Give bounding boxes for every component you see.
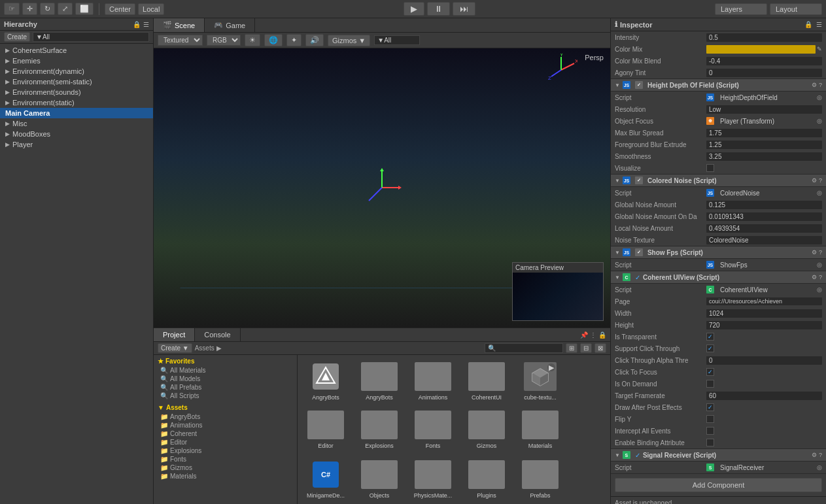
tab-game[interactable]: 🎮 Game [205, 18, 255, 32]
fav-all-prefabs[interactable]: 🔍 All Prefabs [155, 383, 296, 392]
layout-dropdown[interactable]: Layout [770, 3, 822, 15]
component-settings-btn[interactable]: ⚙ [812, 249, 817, 256]
hdof-script-target-btn[interactable]: ◎ [817, 94, 822, 101]
hierarchy-search-input[interactable] [33, 32, 149, 42]
cui-height-value[interactable]: 720 [706, 321, 822, 329]
fav-all-materials[interactable]: 🔍 All Materials [155, 366, 296, 375]
folder-physics[interactable]: PhysicsMate... [407, 456, 458, 501]
folder-materials[interactable]: Materials [515, 406, 566, 452]
tree-item-animations[interactable]: 📁 Animations [155, 421, 296, 429]
hierarchy-item-player[interactable]: ▶ Player [0, 139, 153, 150]
component-help-btn[interactable]: ? [819, 452, 822, 458]
cn-global-amount-value[interactable]: 0.125 [706, 201, 822, 209]
cn-global-on-da-value[interactable]: 0.01091343 [706, 212, 822, 221]
cui-on-demand-checkbox[interactable] [706, 380, 714, 388]
component-help-btn[interactable]: ? [819, 177, 822, 184]
tree-item-editor[interactable]: 📁 Editor [155, 438, 296, 446]
shading-mode-select[interactable]: Textured [158, 35, 203, 46]
channel-select[interactable]: RGB [207, 35, 241, 46]
folder-objects[interactable]: Objects [354, 456, 405, 501]
folder-animations[interactable]: Animations [407, 358, 458, 403]
view-btn[interactable]: ⊟ [580, 343, 592, 353]
folder-plugins[interactable]: Plugins [461, 456, 512, 501]
hierarchy-item-main-camera[interactable]: Main Camera [0, 108, 153, 118]
cui-target-fps-value[interactable]: 60 [706, 392, 822, 400]
folder-editor[interactable]: Editor [300, 406, 351, 452]
add-component-btn[interactable]: Add Component [615, 478, 822, 492]
cn-local-amount-value[interactable]: 0.4939354 [706, 224, 822, 233]
hdof-focus-target-btn[interactable]: ◎ [817, 118, 822, 124]
hierarchy-item-env-semi-static[interactable]: ▶ Environment(semi-static) [0, 76, 153, 87]
sfps-target-btn[interactable]: ◎ [817, 261, 822, 268]
rotate-tool-btn[interactable]: ↻ [40, 3, 55, 15]
tree-item-fonts[interactable]: 📁 Fonts [155, 455, 296, 463]
folder-cube-texture[interactable]: ▶ cube-textu... [515, 358, 566, 403]
tab-scene[interactable]: 🎬 Scene [154, 18, 205, 32]
component-help-btn[interactable]: ? [819, 82, 822, 88]
tree-item-explosions[interactable]: 📁 Explosions [155, 446, 296, 455]
hdof-script-value[interactable]: HeightDepthOfField [717, 93, 817, 102]
fav-all-models[interactable]: 🔍 All Models [155, 375, 296, 383]
component-settings-btn[interactable]: ⚙ [812, 274, 817, 280]
folder-fonts[interactable]: Fonts [407, 406, 458, 452]
hierarchy-item-enemies[interactable]: ▶ Enemies [0, 56, 153, 66]
project-search-input[interactable] [485, 343, 563, 353]
hdof-resolution-value[interactable]: Low [706, 105, 822, 114]
folder-coherentui[interactable]: CoherentUI [461, 358, 512, 403]
hierarchy-item-moodboxes[interactable]: ▶ MoodBoxes [0, 129, 153, 139]
rect-tool-btn[interactable]: ⬜ [75, 3, 94, 15]
lighting-btn[interactable]: ☀ [245, 34, 260, 46]
show-fps-header[interactable]: ▼ JS ✓ Show Fps (Script) ⚙ ? [611, 246, 826, 259]
hierarchy-item-coherent-surface[interactable]: ▶ CoherentSurface [0, 45, 153, 56]
cui-click-through-checkbox[interactable] [706, 344, 714, 352]
folder-angrybots-unity[interactable]: AngryBots [300, 358, 351, 403]
gizmos-btn[interactable]: Gizmos ▼ [328, 35, 370, 46]
fav-all-scripts[interactable]: 🔍 All Scripts [155, 392, 296, 400]
tab-project[interactable]: Project [154, 328, 195, 341]
cn-script-value[interactable]: ColoredNoise [717, 189, 817, 197]
component-settings-btn[interactable]: ⚙ [812, 452, 817, 458]
folder-prefabs[interactable]: Prefabs [515, 456, 566, 501]
tree-item-angrybots[interactable]: 📁 AngryBots [155, 412, 296, 421]
hdof-max-blur-value[interactable]: 1.75 [706, 129, 822, 137]
sr-target-btn[interactable]: ◎ [817, 464, 822, 471]
hdof-visualize-checkbox[interactable] [706, 164, 714, 172]
scene-search-input[interactable] [374, 35, 420, 45]
play-btn[interactable]: ▶ [404, 2, 424, 16]
cui-target-btn[interactable]: ◎ [817, 286, 822, 293]
project-create-btn[interactable]: Create ▼ [158, 343, 192, 353]
inspector-menu-btn[interactable]: ☰ [816, 21, 822, 28]
move-tool-btn[interactable]: ✛ [22, 3, 37, 15]
folder-minigame[interactable]: C# MinigameDe... [300, 456, 351, 501]
assets-tree-header[interactable]: ▼ Assets [155, 403, 296, 412]
center-btn[interactable]: Center [105, 3, 135, 15]
intensity-value[interactable]: 0.5 [706, 33, 822, 42]
skybox-btn[interactable]: 🌐 [264, 34, 283, 46]
cui-intercept-checkbox[interactable] [706, 427, 714, 435]
layers-dropdown[interactable]: Layers [715, 3, 767, 15]
cui-transparent-checkbox[interactable] [706, 333, 714, 341]
color-mix-blend-value[interactable]: -0.4 [706, 57, 822, 65]
hierarchy-item-env-static[interactable]: ▶ Environment(static) [0, 97, 153, 108]
audio-btn[interactable]: 🔊 [305, 34, 324, 46]
folder-gizmos[interactable]: Gizmos [461, 406, 512, 452]
pause-btn[interactable]: ⏸ [427, 2, 450, 16]
component-enabled-check[interactable]: ✓ [635, 452, 640, 459]
local-btn[interactable]: Local [138, 3, 164, 15]
coherent-header[interactable]: ▼ C ✓ Coherent UIView (Script) ⚙ ? [611, 271, 826, 284]
cui-binding-checkbox[interactable] [706, 439, 714, 446]
filter-btn[interactable]: ⊞ [566, 343, 577, 353]
hdof-smoothness-value[interactable]: 3.25 [706, 152, 822, 161]
agony-tint-value[interactable]: 0 [706, 69, 822, 77]
hierarchy-create-btn[interactable]: Create [4, 32, 30, 42]
folder-explosions[interactable]: Explosions [354, 406, 405, 452]
component-help-btn[interactable]: ? [819, 249, 822, 256]
hierarchy-item-misc[interactable]: ▶ Misc [0, 118, 153, 129]
hdof-object-focus-value[interactable]: Player (Transform) [717, 117, 817, 126]
component-settings-btn[interactable]: ⚙ [812, 82, 817, 88]
tree-item-gizmos[interactable]: 📁 Gizmos [155, 463, 296, 472]
height-dof-header[interactable]: ▼ JS ✓ Height Depth Of Field (Script) ⚙ … [611, 79, 826, 92]
component-settings-btn[interactable]: ⚙ [812, 177, 817, 184]
signal-receiver-header[interactable]: ▼ S ✓ Signal Receiver (Script) ⚙ ? [611, 449, 826, 462]
component-help-btn[interactable]: ? [819, 274, 822, 280]
